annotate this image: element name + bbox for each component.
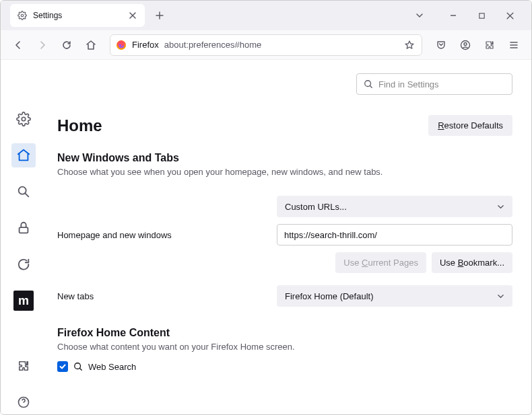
urlbar-text: about:preferences#home: [164, 40, 397, 50]
content-area: m Find in Settings Home Restore Defaults: [1, 60, 531, 414]
svg-point-6: [22, 117, 26, 121]
search-icon: [364, 79, 373, 89]
homepage-url-input[interactable]: [277, 224, 512, 246]
new-tab-button[interactable]: [150, 6, 169, 25]
new-tabs-select[interactable]: Firefox Home (Default): [277, 285, 512, 307]
firefox-window: Settings Firefox about:preferences#: [0, 0, 532, 415]
page-title: Home: [57, 116, 102, 135]
settings-sidebar: m: [1, 60, 46, 414]
svg-point-5: [464, 42, 467, 45]
firefox-logo-icon: [116, 40, 127, 50]
reload-button[interactable]: [56, 34, 77, 56]
window-controls: [445, 7, 526, 24]
svg-rect-1: [479, 13, 484, 17]
svg-rect-8: [20, 227, 28, 233]
forward-button[interactable]: [32, 34, 53, 56]
restore-defaults-button[interactable]: Restore Defaults: [428, 115, 512, 136]
use-current-pages-button[interactable]: Use Current Pages: [335, 252, 426, 273]
tab-title: Settings: [33, 11, 122, 20]
svg-point-0: [21, 14, 24, 17]
sidebar-item-sync[interactable]: [11, 252, 36, 276]
home-button[interactable]: [80, 34, 102, 56]
new-tabs-label: New tabs: [57, 291, 277, 301]
main-panel: Find in Settings Home Restore Defaults N…: [46, 60, 531, 414]
account-button[interactable]: [455, 34, 476, 56]
sidebar-item-help[interactable]: [11, 390, 36, 414]
chevron-down-icon: [497, 203, 504, 211]
homepage-mode-select[interactable]: Custom URLs...: [277, 196, 512, 217]
minimize-button[interactable]: [445, 7, 461, 24]
section-firefox-home-title: Firefox Home Content: [57, 327, 512, 339]
pocket-button[interactable]: [430, 34, 452, 56]
section-firefox-home-subtext: Choose what content you want on your Fir…: [57, 342, 512, 352]
close-icon[interactable]: [127, 10, 138, 21]
bookmark-star-icon[interactable]: [403, 40, 416, 50]
find-in-settings-input[interactable]: Find in Settings: [356, 73, 512, 95]
sidebar-item-home[interactable]: [11, 143, 36, 167]
browser-tab[interactable]: Settings: [10, 4, 145, 27]
web-search-label: Web Search: [88, 362, 136, 372]
sidebar-item-search[interactable]: [11, 180, 36, 204]
web-search-checkbox[interactable]: [57, 361, 68, 372]
maximize-button[interactable]: [473, 7, 490, 24]
homepage-mode-value: Custom URLs...: [285, 202, 347, 212]
new-tabs-value: Firefox Home (Default): [285, 291, 373, 301]
titlebar: Settings: [1, 1, 531, 30]
use-bookmark-button[interactable]: Use Bookmark...: [432, 252, 512, 273]
url-bar[interactable]: Firefox about:preferences#home: [110, 34, 422, 56]
menu-button[interactable]: [503, 34, 525, 56]
sidebar-item-general[interactable]: [11, 107, 36, 131]
homepage-and-new-windows-label: Homepage and new windows: [57, 230, 277, 240]
tabs-dropdown-icon[interactable]: [411, 7, 428, 24]
sidebar-item-extensions[interactable]: [11, 354, 36, 378]
section-new-windows-title: New Windows and Tabs: [57, 152, 512, 164]
find-placeholder: Find in Settings: [378, 79, 439, 89]
sidebar-item-more[interactable]: m: [11, 289, 36, 313]
section-new-windows-subtext: Choose what you see when you open your h…: [57, 167, 512, 177]
gear-icon: [17, 10, 28, 21]
urlbar-prefix: Firefox: [132, 40, 159, 50]
close-window-button[interactable]: [502, 7, 518, 24]
extensions-button[interactable]: [479, 34, 500, 56]
m-icon: m: [13, 291, 34, 311]
search-icon: [73, 362, 83, 371]
navigation-toolbar: Firefox about:preferences#home: [1, 30, 531, 60]
back-button[interactable]: [7, 34, 29, 56]
chevron-down-icon: [497, 293, 504, 300]
sidebar-item-privacy[interactable]: [11, 216, 36, 240]
